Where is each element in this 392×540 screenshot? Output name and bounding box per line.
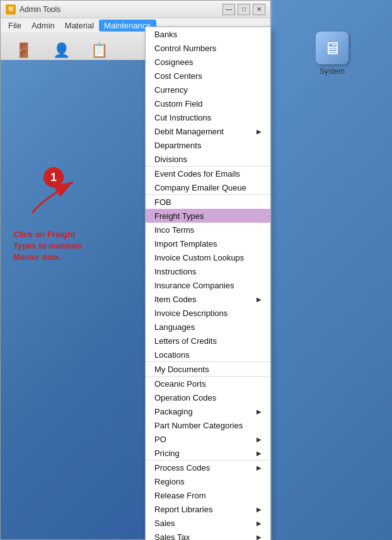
menu-item-2-6[interactable]: Insurance Companies (146, 278, 270, 292)
system-panel: 🖥 System (316, 32, 349, 76)
menu-item-label-4-2: Packaging (154, 407, 193, 416)
annotation-text: Click on Freight Types to maintain Maste… (13, 229, 95, 264)
menu-item-2-11[interactable]: Locations (146, 348, 270, 361)
menu-item-label-3-0: My Documents (154, 365, 209, 374)
menu-item-4-0[interactable]: Oceanic Ports (146, 377, 270, 390)
menu-item-0-7[interactable]: Debit Management▶ (146, 124, 270, 138)
menu-item-label-0-2: Cosignees (154, 57, 193, 67)
title-bar: 🛠 Admin Tools — □ ✕ (1, 1, 270, 18)
menu-item-label-1-0: Event Codes for Emails (154, 169, 240, 179)
menu-item-label-0-4: Currency (154, 85, 188, 95)
menu-item-0-3[interactable]: Cost Centers (146, 69, 270, 83)
menu-item-2-2[interactable]: Inco Terms (146, 223, 270, 237)
menu-item-label-2-10: Letters of Credits (154, 336, 217, 346)
menu-item-5-2[interactable]: Release From (146, 488, 270, 502)
close-button[interactable]: ✕ (253, 4, 265, 15)
menu-item-0-2[interactable]: Cosignees (146, 55, 270, 69)
menu-group-3: My Documents (146, 361, 270, 376)
menu-item-0-9[interactable]: Divisions (146, 152, 270, 166)
submenu-arrow-icon: ▶ (257, 450, 262, 457)
settings-icon: 📋 (88, 39, 110, 62)
title-bar-left: 🛠 Admin Tools (6, 4, 61, 15)
menu-item-2-10[interactable]: Letters of Credits (146, 334, 270, 348)
menu-item-5-4[interactable]: Sales▶ (146, 516, 270, 530)
menu-group-0: BanksControl NumbersCosigneesCost Center… (146, 27, 270, 166)
menu-item-label-1-1: Company Emailer Queue (154, 183, 246, 192)
menu-item-0-5[interactable]: Custom Field (146, 97, 270, 110)
maximize-button[interactable]: □ (238, 4, 250, 15)
right-panel: 🖥 System (271, 0, 392, 540)
annotation-arrow (26, 179, 76, 216)
menu-material[interactable]: Material (60, 20, 99, 32)
dropdown-menu: BanksControl NumbersCosigneesCost Center… (145, 26, 271, 540)
menu-item-5-0[interactable]: Process Codes▶ (146, 461, 270, 474)
menu-item-label-0-0: Banks (154, 30, 177, 39)
menu-item-4-2[interactable]: Packaging▶ (146, 404, 270, 418)
submenu-arrow-icon: ▶ (257, 128, 262, 135)
menu-item-3-0[interactable]: My Documents (146, 362, 270, 376)
menu-item-label-4-3: Part Number Categories (154, 421, 243, 430)
menu-item-2-9[interactable]: Languages (146, 320, 270, 334)
menu-item-4-3[interactable]: Part Number Categories (146, 418, 270, 432)
menu-item-2-5[interactable]: Instructions (146, 264, 270, 278)
menu-item-label-2-9: Languages (154, 322, 195, 332)
submenu-arrow-icon: ▶ (257, 436, 262, 443)
menu-item-label-0-6: Cut Instructions (154, 113, 211, 122)
menu-admin[interactable]: Admin (26, 20, 60, 32)
annotation: 1 Click on Freight Types to maintain Mas… (13, 167, 95, 264)
menu-item-label-2-0: FOB (154, 197, 171, 207)
menu-item-0-0[interactable]: Banks (146, 27, 270, 41)
menu-group-5: Process Codes▶RegionsRelease FromReport … (146, 460, 270, 540)
menu-item-label-2-6: Insurance Companies (154, 281, 234, 290)
menu-item-2-1[interactable]: Freight Types (146, 209, 270, 223)
system-icon: 🖥 (316, 32, 349, 64)
menu-item-label-4-0: Oceanic Ports (154, 379, 206, 389)
menu-item-0-8[interactable]: Departments (146, 138, 270, 152)
system-label: System (320, 67, 345, 76)
menu-item-4-1[interactable]: Operation Codes (146, 390, 270, 404)
menu-item-2-8[interactable]: Invoice Descriptions (146, 306, 270, 320)
submenu-arrow-icon: ▶ (257, 464, 262, 471)
menu-item-label-0-7: Debit Management (154, 127, 224, 136)
window-title: Admin Tools (20, 5, 61, 14)
menu-item-label-2-5: Instructions (154, 267, 196, 276)
menu-item-4-4[interactable]: PO▶ (146, 432, 270, 446)
menu-item-5-3[interactable]: Report Libraries▶ (146, 502, 270, 516)
menu-group-2: FOBFreight TypesInco TermsImport Templat… (146, 194, 270, 361)
menu-item-label-0-1: Control Numbers (154, 44, 216, 53)
exit-icon: 🚪 (12, 39, 35, 62)
menu-item-4-5[interactable]: Pricing▶ (146, 446, 270, 460)
submenu-arrow-icon: ▶ (257, 520, 262, 527)
menu-item-0-6[interactable]: Cut Instructions (146, 110, 270, 124)
menu-file[interactable]: File (3, 20, 26, 32)
menu-item-label-4-1: Operation Codes (154, 393, 216, 402)
menu-item-label-5-5: Sales Tax (154, 532, 190, 541)
submenu-arrow-icon: ▶ (257, 506, 262, 513)
submenu-arrow-icon: ▶ (257, 296, 262, 303)
menu-item-2-3[interactable]: Import Templates (146, 237, 270, 250)
menu-item-2-0[interactable]: FOB (146, 195, 270, 209)
menu-item-5-5[interactable]: Sales Tax▶ (146, 530, 270, 540)
menu-item-label-0-8: Departments (154, 141, 201, 150)
menu-group-4: Oceanic PortsOperation CodesPackaging▶Pa… (146, 376, 270, 460)
menu-item-5-1[interactable]: Regions (146, 474, 270, 488)
users-icon: 👤 (50, 39, 72, 62)
minimize-button[interactable]: — (222, 4, 235, 15)
menu-item-label-4-4: PO (154, 435, 166, 444)
menu-item-label-2-2: Inco Terms (154, 225, 194, 235)
menu-item-label-4-5: Pricing (154, 449, 180, 458)
menu-item-0-4[interactable]: Currency (146, 83, 270, 97)
window-controls: — □ ✕ (222, 4, 265, 15)
menu-item-2-7[interactable]: Item Codes▶ (146, 292, 270, 306)
menu-item-1-1[interactable]: Company Emailer Queue (146, 180, 270, 194)
submenu-arrow-icon: ▶ (257, 408, 262, 415)
menu-item-label-5-3: Report Libraries (154, 505, 213, 514)
menu-item-2-4[interactable]: Invoice Custom Lookups (146, 250, 270, 264)
menu-item-0-1[interactable]: Control Numbers (146, 41, 270, 55)
menu-item-label-5-1: Regions (154, 477, 185, 486)
menu-item-label-2-1: Freight Types (154, 211, 204, 221)
app-icon: 🛠 (6, 4, 16, 15)
menu-item-label-0-5: Custom Field (154, 99, 203, 109)
menu-item-label-5-2: Release From (154, 491, 206, 500)
menu-item-1-0[interactable]: Event Codes for Emails (146, 167, 270, 180)
